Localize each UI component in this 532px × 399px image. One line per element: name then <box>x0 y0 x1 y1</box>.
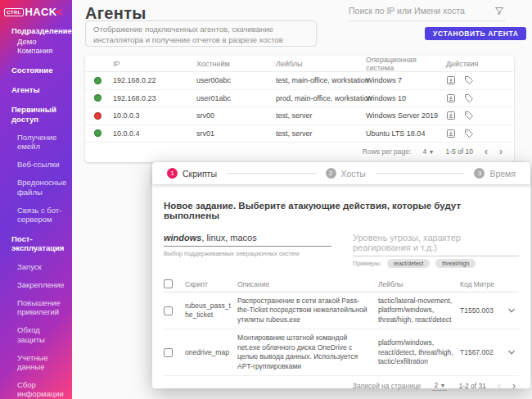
step-label: Время <box>489 169 516 179</box>
script-name: onedrive_map <box>185 348 237 357</box>
agent-ip: 192.168.0.23 <box>113 94 196 102</box>
modal-body: Новое задание. Выберите атакующие действ… <box>152 184 530 399</box>
expand-row-icon[interactable] <box>506 347 517 358</box>
sidebar-item-agents[interactable]: Агенты <box>0 85 69 94</box>
brand-logo[interactable]: CTRL HACK < <box>0 4 72 23</box>
tag-icon[interactable] <box>464 93 474 103</box>
column-header-ip: IP <box>113 60 196 68</box>
sidebar-item-email[interactable]: Получение емейл <box>0 133 69 151</box>
agent-labels: test, main-office, workstation <box>276 76 366 84</box>
pagination-range: 1-2 of 31 <box>458 382 486 390</box>
agent-hostname: user01abc <box>196 94 276 102</box>
column-header-os: Операционная система <box>366 56 446 72</box>
example-chip[interactable]: react/detect <box>387 259 431 268</box>
sidebar-item-weblinks[interactable]: Веб-ссылки <box>0 160 69 169</box>
select-all-checkbox[interactable] <box>164 279 173 288</box>
tag-icon[interactable] <box>464 129 474 138</box>
new-task-modal: 1 Скрипты 2 Хосты 3 Время Новое задание.… <box>152 162 530 388</box>
tag-icon[interactable] <box>464 75 474 85</box>
sidebar-item-post-exploitation[interactable]: Пост-эксплуатация <box>0 234 69 252</box>
modal-title: Новое задание. Выберите атакующие действ… <box>164 201 519 220</box>
script-row: rubeus_pass_the_ticket Распространение в… <box>164 292 519 329</box>
agent-row: 192.168.0.22 user00abc test, main-office… <box>85 72 514 90</box>
agent-labels: test, server <box>276 129 366 138</box>
script-checkbox[interactable] <box>164 306 173 315</box>
column-header-script: Скрипт <box>185 280 237 288</box>
step-hosts[interactable]: 2 Хосты <box>326 168 366 179</box>
script-description: Распространение в сети атакой Pass-the-T… <box>237 297 378 324</box>
labels-filter-field[interactable]: Уровень угрозы, характер реагирования и … <box>353 233 519 268</box>
next-page-icon[interactable]: › <box>512 381 516 391</box>
report-download-icon[interactable] <box>446 129 456 138</box>
step-scripts[interactable]: 1 Скрипты <box>167 168 217 179</box>
column-header-labels: Лейблы <box>276 60 366 68</box>
agent-hostname: user00abc <box>196 76 276 84</box>
install-agent-button[interactable]: УСТАНОВИТЬ АГЕНТА <box>425 27 526 40</box>
sidebar-item-collection[interactable]: Сбор информации <box>0 380 69 398</box>
sidebar-item-credentials[interactable]: Учетные данные <box>0 353 69 371</box>
agent-os: Ubuntu LTS 18.04 <box>366 129 446 138</box>
per-page-select[interactable]: 2 ▼ <box>432 381 447 391</box>
dropdown-arrow-icon: ▼ <box>440 383 446 388</box>
agent-row: 10.0.0.4 srv01 test, server Ubuntu LTS 1… <box>85 125 514 143</box>
filter-icon[interactable] <box>494 6 504 16</box>
sidebar-item-botserver[interactable]: Связь с бот-сервером <box>0 206 69 224</box>
os-filter-value-bold: windows <box>164 233 201 243</box>
next-page-icon[interactable]: › <box>499 147 503 156</box>
expand-row-icon[interactable] <box>506 305 517 316</box>
os-filter-field[interactable]: windows, linux, macos Выбор поддерживаем… <box>164 233 331 268</box>
page-description: Отображение подключенных агентов, скачив… <box>85 20 317 47</box>
agents-table-card: IP Хостнейм Лейблы Операционная система … <box>85 56 514 162</box>
sidebar-item-malicious-files[interactable]: Вредоносные файлы <box>0 178 69 196</box>
agent-hostname: srv01 <box>196 129 276 138</box>
agent-os: Windows 10 <box>366 94 446 102</box>
sidebar-item-execution[interactable]: Запуск <box>0 262 69 271</box>
agent-labels: prod, main-office, workstation <box>276 94 366 102</box>
labels-filter-placeholder: Уровень угрозы, характер реагирования и … <box>353 233 519 256</box>
search-input[interactable] <box>348 2 506 21</box>
stepper-connector <box>376 173 465 174</box>
step-label: Скрипты <box>183 169 217 179</box>
example-chip[interactable]: threat/high <box>435 259 476 268</box>
scripts-pagination: Записей на странице 2 ▼ 1-2 of 31 ‹ › <box>164 376 519 396</box>
agent-ip: 192.168.0.22 <box>113 76 196 84</box>
rows-per-page-select[interactable]: 4 ▼ <box>422 147 434 156</box>
report-download-icon[interactable] <box>446 111 456 120</box>
brand-name: HACK <box>25 6 57 18</box>
report-download-icon[interactable] <box>446 75 456 85</box>
modal-stepper: 1 Скрипты 2 Хосты 3 Время <box>152 162 530 184</box>
agent-ip: 10.0.0.3 <box>113 111 196 120</box>
sidebar-item-state[interactable]: Состояние <box>0 66 69 75</box>
agent-os: Windows 7 <box>366 76 446 84</box>
sidebar-nav: Состояние Агенты Первичный доступ Получе… <box>0 66 72 399</box>
report-download-icon[interactable] <box>446 93 456 103</box>
column-header-hostname: Хостнейм <box>196 60 276 68</box>
prev-page-icon[interactable]: ‹ <box>498 381 501 391</box>
status-dot-online <box>94 94 101 102</box>
step-time[interactable]: 3 Время <box>474 168 516 179</box>
script-description: Монтирование штатной командой net.exe об… <box>237 333 378 371</box>
app-window: CTRL HACK < Подразделение: Демо Компания… <box>0 0 532 399</box>
ctrl-key-logo: CTRL <box>4 8 24 16</box>
step-number: 2 <box>326 168 336 179</box>
prev-page-icon[interactable]: ‹ <box>485 147 488 156</box>
mitre-code: T1567.002 <box>460 348 501 356</box>
stepper-connector <box>227 173 316 174</box>
script-filters: windows, linux, macos Выбор поддерживаем… <box>164 233 519 268</box>
sidebar-item-initial-access[interactable]: Первичный доступ <box>0 105 69 123</box>
agent-row: 192.168.0.23 user01abc prod, main-office… <box>85 90 514 108</box>
tag-icon[interactable] <box>464 111 474 120</box>
unit-name: Демо Компания <box>0 35 72 55</box>
per-page-label: Записей на странице <box>353 382 422 390</box>
examples-label: Примеры: <box>353 260 381 267</box>
agents-table-header: IP Хостнейм Лейблы Операционная система … <box>85 56 514 72</box>
agent-ip: 10.0.0.4 <box>113 129 196 138</box>
sidebar-item-persistence[interactable]: Закрепление <box>0 280 69 289</box>
brand-accent-glyph: < <box>56 6 62 18</box>
unit-label: Подразделение: <box>0 23 72 35</box>
sidebar-item-privilege-escalation[interactable]: Повышение привилегий <box>0 298 69 316</box>
agent-os: Windows Server 2019 <box>366 111 446 120</box>
script-checkbox[interactable] <box>164 348 173 357</box>
script-labels: tactic/lateral-movement, platform/window… <box>378 297 460 324</box>
sidebar-item-defense-evasion[interactable]: Обход защиты <box>0 325 69 343</box>
